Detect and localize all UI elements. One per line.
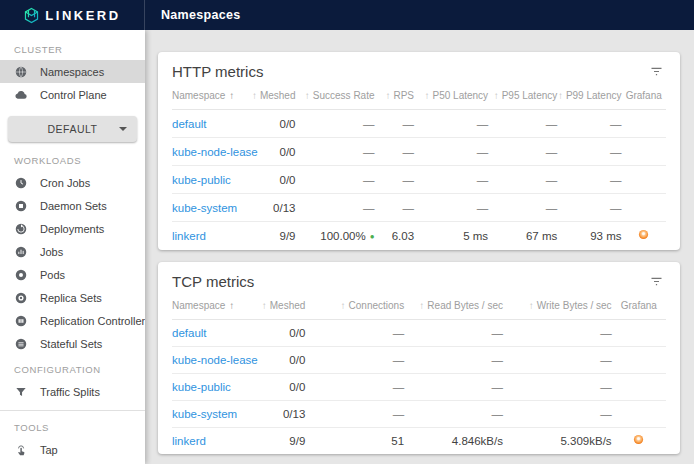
cell-connections: — — [305, 373, 404, 400]
namespace-link[interactable]: kube-public — [172, 174, 231, 186]
cell-write-bytes-sec: — — [503, 400, 612, 427]
namespace-link[interactable]: kube-system — [172, 408, 237, 420]
sidebar-item-namespaces[interactable]: Namespaces — [0, 60, 145, 83]
cell-write-bytes-sec: — — [503, 319, 612, 346]
cell-namespace: kube-public — [172, 373, 256, 400]
linkerd-logo-icon — [23, 7, 40, 24]
namespace-link[interactable]: kube-system — [172, 202, 237, 214]
filter-list-icon[interactable] — [647, 62, 666, 81]
grafana-icon[interactable] — [637, 228, 650, 241]
column-label: Read Bytes / sec — [427, 300, 503, 311]
sidebar-item-replica-sets[interactable]: Replica Sets — [0, 286, 145, 309]
sort-arrow-icon: ↑ — [558, 90, 563, 101]
column-header-p50-latency[interactable]: ↑P50 Latency — [414, 86, 488, 110]
empty-value-dash: — — [600, 354, 612, 366]
cell-namespace: kube-node-lease — [172, 138, 251, 166]
cell-write-bytes-sec: — — [503, 373, 612, 400]
cell-connections: — — [305, 319, 404, 346]
sidebar-item-label: Replication Controllers — [40, 315, 145, 327]
namespace-link[interactable]: linkerd — [172, 230, 206, 242]
column-header-rps[interactable]: ↑RPS — [375, 86, 415, 110]
sidebar-item-daemon-sets[interactable]: Daemon Sets — [0, 194, 145, 217]
http-card-title: HTTP metrics — [172, 63, 263, 80]
cell-grafana — [622, 194, 667, 222]
sort-arrow-icon: ↑ — [419, 300, 424, 311]
sidebar-item-stateful-sets[interactable]: Stateful Sets — [0, 332, 145, 355]
sidebar-item-label: Deployments — [40, 223, 104, 235]
sidebar-item-deployments[interactable]: Deployments — [0, 217, 145, 240]
namespace-selector[interactable]: DEFAULT — [8, 116, 137, 142]
empty-value-dash: — — [546, 202, 558, 214]
cell-namespace: kube-public — [172, 166, 251, 194]
sidebar-item-traffic-splits[interactable]: Traffic Splits — [0, 380, 145, 403]
column-label: RPS — [393, 90, 414, 101]
sort-arrow-icon: ↑ — [262, 300, 267, 311]
cell-connections: — — [305, 400, 404, 427]
column-header-connections[interactable]: ↑Connections — [305, 296, 404, 320]
cell-read-bytes-sec: — — [404, 373, 503, 400]
cell-meshed: 0/0 — [256, 319, 305, 346]
tcp-card-header: TCP metrics — [158, 262, 680, 296]
column-header-read-bytes-sec[interactable]: ↑Read Bytes / sec — [404, 296, 503, 320]
cell-namespace: kube-system — [172, 194, 251, 222]
column-header-meshed[interactable]: ↑Meshed — [256, 296, 305, 320]
column-header-success-rate[interactable]: ↑Success Rate — [295, 86, 374, 110]
filter-list-icon[interactable] — [647, 272, 666, 291]
cell-namespace: linkerd — [172, 222, 251, 250]
column-header-p95-latency[interactable]: ↑P95 Latency — [488, 86, 557, 110]
cell-p50-latency: — — [414, 138, 488, 166]
grafana-icon[interactable] — [632, 433, 645, 446]
column-header-namespace[interactable]: Namespace↑ — [172, 296, 256, 320]
cell-namespace: kube-system — [172, 400, 256, 427]
namespace-link[interactable]: kube-node-lease — [172, 146, 258, 158]
tcp-card-title: TCP metrics — [172, 273, 254, 290]
sidebar-section-configuration: CONFIGURATIONTraffic Splits — [0, 355, 145, 403]
http-card-header: HTTP metrics — [158, 52, 680, 86]
empty-value-dash: — — [403, 146, 415, 158]
control-plane-icon — [14, 88, 28, 102]
namespace-selector-value: DEFAULT — [48, 123, 98, 135]
table-header-row: Namespace↑↑Meshed↑Connections↑Read Bytes… — [172, 296, 666, 320]
column-label: Meshed — [270, 300, 306, 311]
cell-read-bytes-sec: 4.846kB/s — [404, 427, 503, 454]
success-status-dot: ● — [370, 232, 375, 241]
namespace-link[interactable]: kube-node-lease — [172, 354, 258, 366]
column-header-write-bytes-sec[interactable]: ↑Write Bytes / sec — [503, 296, 612, 320]
sidebar-item-control-plane[interactable]: Control Plane — [0, 83, 145, 106]
sidebar-section-label: CONFIGURATION — [0, 355, 145, 380]
namespace-link[interactable]: kube-public — [172, 381, 231, 393]
empty-value-dash: — — [491, 327, 503, 339]
sidebar-item-tap[interactable]: Tap — [0, 438, 145, 461]
column-header-p99-latency[interactable]: ↑P99 Latency — [557, 86, 621, 110]
metrics-table: Namespace↑↑Meshed↑Connections↑Read Bytes… — [172, 296, 666, 455]
sidebar-item-cron-jobs[interactable]: Cron Jobs — [0, 171, 145, 194]
column-header-meshed[interactable]: ↑Meshed — [251, 86, 295, 110]
column-header-namespace[interactable]: Namespace↑ — [172, 86, 251, 110]
brand-home-link[interactable]: LINKERD — [0, 0, 145, 30]
column-label: Connections — [349, 300, 405, 311]
cell-rps: — — [375, 110, 415, 138]
empty-value-dash: — — [403, 202, 415, 214]
namespace-link[interactable]: default — [172, 327, 207, 339]
namespace-link[interactable]: default — [172, 118, 207, 130]
sidebar-section-label: CLUSTER — [0, 35, 145, 60]
empty-value-dash: — — [610, 202, 622, 214]
table-row-default: default0/0——— — [172, 319, 666, 346]
sort-arrow-icon: ↑ — [385, 90, 390, 101]
namespace-link[interactable]: linkerd — [172, 435, 206, 447]
sidebar-item-pods[interactable]: Pods — [0, 263, 145, 286]
column-label: P50 Latency — [433, 90, 489, 101]
sidebar-item-replication-controllers[interactable]: Replication Controllers — [0, 309, 145, 332]
sidebar-item-jobs[interactable]: Jobs — [0, 240, 145, 263]
top-bar: LINKERD Namespaces — [0, 0, 694, 30]
empty-value-dash: — — [477, 118, 489, 130]
sort-arrow-icon: ↑ — [229, 90, 234, 101]
empty-value-dash: — — [363, 146, 375, 158]
sidebar-item-label: Pods — [40, 269, 65, 281]
empty-value-dash: — — [477, 174, 489, 186]
tcp-metrics-card: TCP metrics Namespace↑↑Meshed↑Connection… — [158, 262, 680, 455]
empty-value-dash: — — [600, 408, 612, 420]
empty-value-dash: — — [546, 146, 558, 158]
cell-p95-latency: — — [488, 194, 557, 222]
caret-down-icon — [119, 127, 127, 131]
